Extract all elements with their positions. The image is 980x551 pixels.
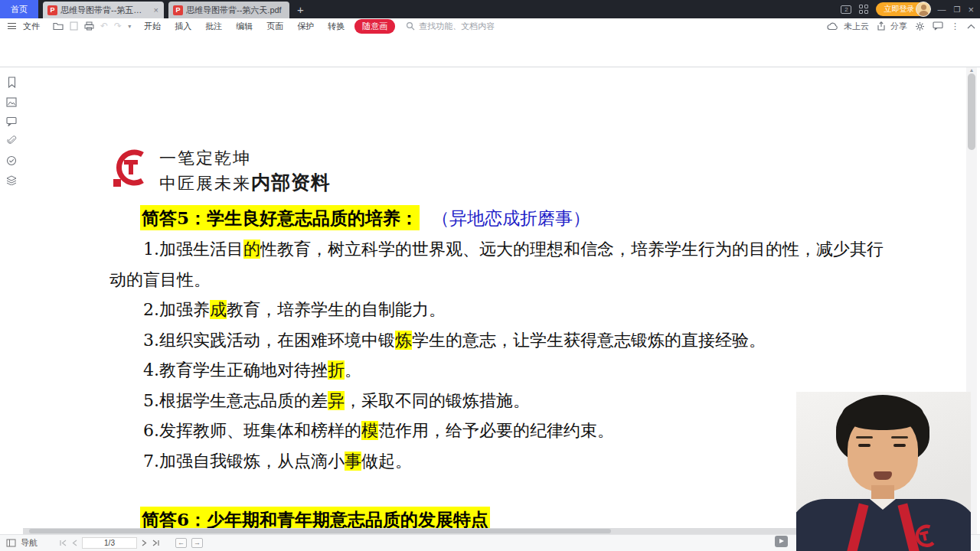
- login-button[interactable]: 立即登录: [876, 2, 929, 16]
- cloud-label: 未上云: [844, 21, 869, 32]
- vertical-scrollbar-thumb[interactable]: [968, 73, 975, 150]
- first-page-icon[interactable]: [59, 540, 67, 546]
- search-icon: [406, 21, 415, 31]
- drawing-toolbar: 手型 选择 画曲线 画直线 颜色▾ 线条粗细 不透明度 1pt▾ 100%▾ 橡…: [0, 34, 980, 67]
- menu-start[interactable]: 开始: [137, 21, 168, 32]
- list-item-4: 4.教育学生正确地对待挫折。: [109, 355, 887, 386]
- menu-file[interactable]: 文件: [16, 21, 47, 32]
- menu-page[interactable]: 页面: [260, 21, 290, 32]
- titlebar: 首页 P 思维导图带背--第五天.pdf × P 思维导图带背--第六天.pdf…: [0, 0, 980, 18]
- feedback-icon[interactable]: [933, 21, 943, 31]
- navigation-label: 导航: [21, 537, 38, 549]
- thumbnail-image-icon[interactable]: [6, 97, 17, 107]
- print-icon[interactable]: [84, 21, 94, 31]
- list-item-3: 3.组织实践活动，在困难环境中锻炼学生的意志，让学生获得意志锻炼的直接经验。: [109, 325, 887, 356]
- more-options-icon[interactable]: ⋮: [951, 21, 959, 31]
- login-label: 立即登录: [884, 4, 914, 15]
- close-tab-icon[interactable]: ×: [153, 5, 159, 15]
- minimize-button[interactable]: —: [937, 5, 946, 14]
- tab-document-1[interactable]: P 思维导图带背--第五天.pdf ×: [43, 2, 164, 18]
- redo-icon[interactable]: ↷: [114, 21, 122, 31]
- pdf-icon: P: [173, 5, 183, 15]
- menu-edit[interactable]: 编辑: [229, 21, 260, 32]
- tab-document-2-label: 思维导图带背--第六天.pdf: [186, 5, 285, 16]
- next-page-icon[interactable]: [142, 540, 147, 546]
- undo-icon[interactable]: ↶: [100, 21, 108, 31]
- tab-home-label: 首页: [11, 4, 28, 15]
- list-item-2: 2.加强养成教育，培养学生的自制能力。: [109, 295, 887, 325]
- next-view-button[interactable]: →: [191, 538, 203, 548]
- close-button[interactable]: ×: [968, 4, 974, 15]
- page-indicator-input[interactable]: 1/3: [82, 537, 137, 549]
- settings-gear-icon[interactable]: [915, 21, 925, 31]
- navigation-toggle[interactable]: 导航: [6, 537, 38, 549]
- layers-icon[interactable]: [6, 175, 17, 185]
- search-box[interactable]: 查找功能、文档内容: [406, 21, 495, 32]
- list-item-7: 7.加强自我锻炼，从点滴小事做起。: [109, 446, 887, 477]
- menu-insert[interactable]: 插入: [168, 21, 198, 32]
- presenter-fringe: [842, 398, 923, 430]
- navigation-panel-icon: [6, 539, 16, 547]
- menu-convert[interactable]: 转换: [321, 21, 351, 32]
- previous-view-button[interactable]: ←: [175, 538, 187, 548]
- attachment-icon[interactable]: [7, 135, 17, 146]
- bookmark-icon[interactable]: [7, 77, 17, 88]
- more-commands-icon[interactable]: ▾: [128, 23, 131, 30]
- play-button[interactable]: [775, 536, 788, 547]
- share-button[interactable]: 分享: [877, 21, 907, 32]
- list-item-1: 1.加强生活目的性教育，树立科学的世界观、远大的理想和信念，培养学生行为的目的性…: [109, 234, 887, 295]
- left-panel-sidebar: [0, 67, 23, 534]
- apps-grid-icon[interactable]: [859, 5, 868, 14]
- new-tab-button[interactable]: +: [289, 0, 312, 18]
- free-draw-button[interactable]: 随意画: [354, 19, 395, 34]
- menu-icon[interactable]: [8, 23, 16, 29]
- heading-mnemonic-note: （异地恋成折磨事）: [432, 208, 590, 228]
- webcam-overlay: [796, 392, 971, 551]
- tab-home[interactable]: 首页: [0, 0, 38, 18]
- section-heading-5: 简答5：学生良好意志品质的培养：（异地恋成折磨事）: [140, 207, 590, 230]
- stamp-seal-icon[interactable]: [6, 155, 17, 166]
- collapse-toolbar-icon[interactable]: [967, 24, 975, 29]
- menubar-right: 未上云 分享 ⋮: [827, 18, 975, 34]
- tab-document-2[interactable]: P 思维导图带背--第六天.pdf: [168, 2, 289, 18]
- maximize-button[interactable]: ❐: [953, 5, 960, 14]
- brand-slogan-2: 中匠展未来内部资料: [159, 170, 331, 195]
- share-label: 分享: [890, 21, 907, 32]
- brand-logo-block: 一笔定乾坤 中匠展未来内部资料: [112, 147, 331, 195]
- menu-protect[interactable]: 保护: [290, 21, 321, 32]
- heading-highlight: 简答5：学生良好意志品质的培养：: [140, 205, 420, 230]
- last-page-icon[interactable]: [152, 540, 160, 546]
- list-item-5: 5.根据学生意志品质的差异，采取不同的锻炼措施。: [109, 386, 887, 416]
- list-item-6: 6.发挥教师、班集体和榜样的模范作用，给予必要的纪律约束。: [109, 416, 887, 446]
- menu-annotate[interactable]: 批注: [198, 21, 229, 32]
- search-placeholder: 查找功能、文档内容: [419, 21, 495, 32]
- scroll-up-icon[interactable]: ▲: [966, 67, 977, 73]
- comment-icon[interactable]: [6, 116, 17, 126]
- share-icon: [877, 21, 886, 31]
- previous-page-icon[interactable]: [72, 540, 77, 546]
- brand-slogan-1: 一笔定乾坤: [159, 147, 331, 170]
- answer-list: 1.加强生活目的性教育，树立科学的世界观、远大的理想和信念，培养学生行为的目的性…: [109, 234, 887, 476]
- cloud-status[interactable]: 未上云: [827, 21, 869, 32]
- open-folder-icon[interactable]: [53, 21, 64, 31]
- cloud-icon: [827, 22, 839, 31]
- tab-document-1-label: 思维导图带背--第五天.pdf: [60, 5, 150, 16]
- pdf-icon: P: [47, 5, 57, 15]
- ct-logo-icon: [112, 147, 149, 188]
- avatar: [916, 2, 931, 17]
- document-icon[interactable]: [70, 21, 78, 31]
- horizontal-scrollbar-thumb[interactable]: [29, 529, 611, 533]
- window-count-icon[interactable]: 2: [841, 5, 851, 14]
